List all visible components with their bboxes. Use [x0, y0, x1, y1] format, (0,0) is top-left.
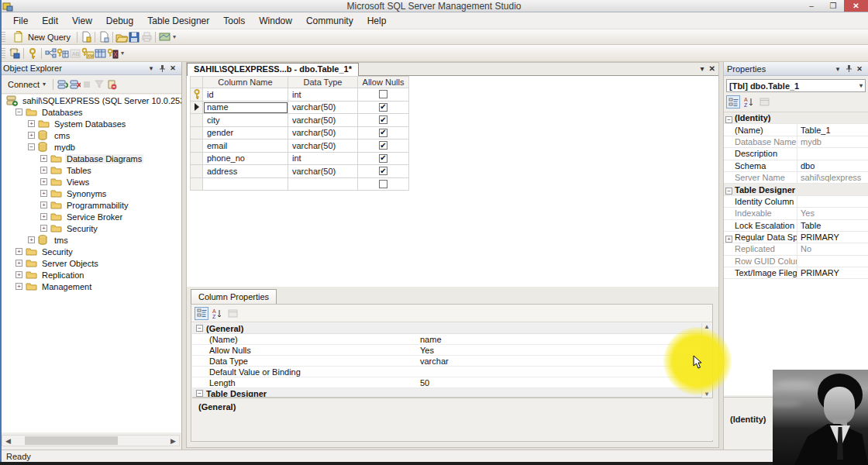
expand-icon[interactable]: +	[16, 271, 22, 278]
table-row[interactable]: idint	[190, 88, 409, 102]
property-value[interactable]: PRIMARY	[797, 267, 868, 278]
data-type-cell[interactable]: varchar(50)	[288, 127, 358, 140]
property-value[interactable]: dbo	[797, 160, 868, 171]
generate-change-script-icon[interactable]	[9, 47, 21, 60]
column-name-cell[interactable]: phone_no	[203, 153, 288, 166]
property-value[interactable]	[417, 367, 704, 377]
allow-nulls-checkbox[interactable]	[379, 180, 388, 188]
data-type-cell[interactable]: varchar(50)	[288, 114, 358, 127]
property-value[interactable]	[797, 256, 868, 267]
property-value[interactable]: sahil\sqlexpress	[797, 172, 868, 183]
insert-column-icon[interactable]	[94, 47, 106, 60]
column-name-cell[interactable]: email	[203, 140, 288, 153]
column-name-cell[interactable]	[203, 178, 288, 191]
object-selector-dropdown[interactable]: [Tbl] dbo.Table_1 ▾	[726, 79, 866, 92]
expand-icon[interactable]: +	[40, 155, 47, 162]
close-panel-icon[interactable]: ✕	[854, 64, 865, 74]
property-row[interactable]: ReplicatedNo	[724, 243, 868, 255]
expand-icon[interactable]: +	[16, 260, 22, 267]
tree-item-server-objects[interactable]: +Server Objects	[0, 257, 181, 269]
data-type-cell[interactable]: int	[288, 88, 358, 102]
property-value[interactable]	[417, 323, 704, 333]
tree-item-database-diagrams[interactable]: +Database Diagrams	[0, 153, 181, 164]
menu-item-table-designer[interactable]: Table Designer	[140, 13, 216, 29]
table-row[interactable]	[190, 178, 409, 191]
property-row[interactable]: Identity Column	[724, 196, 868, 208]
scroll-left-icon[interactable]: ◀	[2, 437, 14, 445]
property-value[interactable]: name	[417, 334, 704, 344]
property-row[interactable]: Row GUID Colum	[724, 256, 868, 267]
menu-item-debug[interactable]: Debug	[99, 13, 140, 29]
property-value[interactable]: varchar	[417, 356, 704, 366]
table-row[interactable]: phone_noint✔	[190, 153, 409, 166]
property-row[interactable]: Description	[724, 148, 868, 160]
menu-item-file[interactable]: File	[6, 13, 35, 29]
tree-item-management[interactable]: +Management	[0, 281, 181, 292]
expand-icon[interactable]: +	[40, 213, 47, 220]
expand-icon[interactable]: +	[16, 248, 22, 255]
table-row[interactable]: addressvarchar(50)✔	[190, 165, 409, 178]
property-row[interactable]: +Regular Data SpacPRIMARY	[724, 232, 868, 243]
object-explorer-hscrollbar[interactable]: ◀ ▶	[2, 435, 180, 446]
column-name-cell[interactable]: id	[203, 88, 288, 102]
tree-item-replication[interactable]: +Replication	[0, 269, 181, 281]
expand-icon[interactable]: +	[28, 236, 35, 243]
allow-nulls-cell[interactable]: ✔	[358, 140, 409, 153]
allow-nulls-checkbox[interactable]: ✔	[379, 103, 388, 112]
property-row[interactable]: Length50	[192, 377, 704, 388]
scroll-thumb[interactable]	[25, 436, 118, 445]
expand-icon[interactable]: +	[40, 190, 47, 197]
property-value[interactable]	[417, 388, 704, 398]
scroll-right-icon[interactable]: ▶	[167, 437, 179, 445]
disconnect-server-icon[interactable]	[68, 78, 81, 91]
column-name-cell[interactable]: city	[203, 114, 288, 127]
tree-item-mydb[interactable]: −mydb	[0, 141, 181, 153]
tree-item-cms[interactable]: +cms	[0, 129, 181, 141]
property-row[interactable]: Database Namemydb	[724, 136, 868, 148]
property-row[interactable]: −(Identity)	[724, 112, 868, 124]
property-row[interactable]: (Name)Table_1	[724, 124, 868, 136]
menu-item-edit[interactable]: Edit	[35, 13, 65, 29]
allow-nulls-cell[interactable]: ✔	[358, 102, 409, 115]
save-icon[interactable]	[128, 31, 140, 43]
column-name-cell[interactable]: gender	[203, 127, 288, 140]
current-row-icon[interactable]	[190, 102, 203, 115]
menu-item-help[interactable]: Help	[360, 13, 394, 29]
property-row[interactable]: Text/Image FilegrPRIMARY	[724, 267, 868, 279]
print-icon[interactable]	[140, 31, 153, 43]
column-properties-tab[interactable]: Column Properties	[191, 289, 277, 304]
allow-nulls-cell[interactable]: ✔	[358, 165, 409, 178]
tree-item-programmability[interactable]: +Programmability	[0, 199, 181, 211]
tree-item-security[interactable]: +Security	[0, 246, 181, 257]
table-row[interactable]: namevarchar(50)✔	[190, 102, 409, 115]
property-pages-icon[interactable]	[757, 95, 771, 108]
property-value[interactable]: Yes	[797, 208, 868, 219]
allow-nulls-checkbox[interactable]: ✔	[379, 167, 388, 175]
expand-icon[interactable]: +	[40, 167, 47, 174]
toolbar-overflow-icon[interactable]: ▾	[170, 33, 178, 40]
data-type-cell[interactable]: varchar(50)	[288, 102, 358, 115]
set-primary-key-icon[interactable]	[26, 47, 39, 60]
alphabetical-icon[interactable]: AZ	[210, 307, 224, 320]
collapse-icon[interactable]: −	[725, 116, 732, 123]
document-tab[interactable]: SAHIL\SQLEXPRESS...b - dbo.Table_1*	[187, 63, 359, 76]
expand-icon[interactable]: +	[28, 132, 35, 139]
property-row[interactable]: Schemadbo	[724, 160, 868, 172]
minimize-button[interactable]: –	[801, 0, 822, 12]
table-row[interactable]: gendervarchar(50)✔	[190, 127, 409, 140]
data-type-cell[interactable]: varchar(50)	[288, 165, 358, 178]
categorized-icon[interactable]	[195, 307, 208, 320]
menu-item-view[interactable]: View	[65, 13, 99, 29]
expand-icon[interactable]: +	[40, 225, 47, 232]
allow-nulls-checkbox[interactable]: ✔	[379, 129, 388, 137]
tree-item-security[interactable]: +Security	[0, 222, 181, 234]
menu-item-window[interactable]: Window	[252, 13, 299, 29]
column-name-cell[interactable]: name	[203, 102, 288, 115]
allow-nulls-cell[interactable]	[358, 88, 409, 102]
manage-fulltext-index-icon[interactable]: AB	[69, 47, 81, 60]
property-value[interactable]	[797, 196, 868, 207]
close-button[interactable]: ✕	[844, 0, 868, 12]
new-query-button[interactable]: New Query	[9, 30, 74, 44]
tree-item-sahil-sqlexpress-sql-server-10[interactable]: sahil\SQLEXPRESS (SQL Server 10.0.2531 -…	[0, 95, 181, 106]
property-row[interactable]: IndexableYes	[724, 208, 868, 219]
